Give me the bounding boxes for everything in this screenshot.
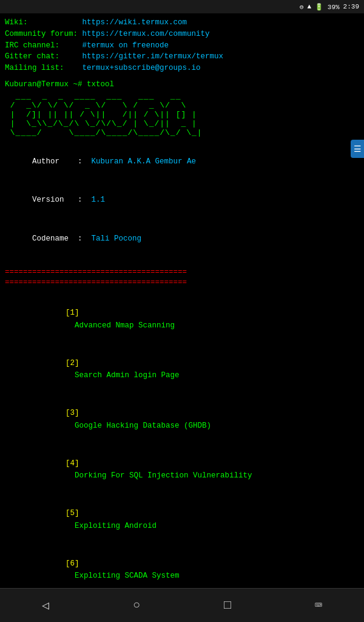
menu-item-3: [3] Google Hacking Database (GHDB) (5, 395, 359, 445)
author-line: Author : Kuburan A.K.A Gembur Ae (5, 142, 359, 181)
initial-prompt: Kuburan@Termux ~# txtool (5, 80, 359, 89)
info-gitter: Gitter chat: https://gitter.im/termux/te… (5, 51, 359, 63)
back-button[interactable]: ◁ (42, 598, 49, 613)
main-menu: [1] Advanced Nmap Scanning [2] Search Ad… (5, 295, 359, 588)
version-line: Version : 1.1 (5, 181, 359, 220)
logo-line-5: \____/ \____/\____/\____/\_/ \_| (5, 129, 359, 138)
menu-item-2: [2] Search Admin login Page (5, 344, 359, 395)
home-button[interactable]: ○ (133, 598, 140, 612)
menu-item-6: [6] Exploiting SCADA System (5, 545, 359, 588)
divider-bottom: ======================================== (5, 278, 359, 287)
battery-icon: 🔋 39% (315, 3, 339, 11)
info-forum: Community forum: https://termux.com/comm… (5, 29, 359, 40)
logo-line-4: | \_\\_/\_/\ \_/\/\_/ | \_/|| _ | (5, 120, 359, 129)
recents-button[interactable]: □ (224, 598, 231, 612)
signal-icon: ▲ (308, 3, 312, 10)
logo-line-1: ___ _ _ ____ ___ ___ __ (5, 92, 359, 101)
time-display: 2:39 (343, 3, 359, 10)
terminal: Wiki: https://wiki.termux.com Community … (0, 13, 364, 588)
menu-item-4: [4] Dorking For SQL Injection Vulnerabil… (5, 445, 359, 495)
side-button[interactable]: ☰ (351, 140, 364, 158)
menu-item-1: [1] Advanced Nmap Scanning (5, 295, 359, 345)
info-wiki: Wiki: https://wiki.termux.com (5, 17, 359, 29)
logo-line-3: | /]| || || / \|| /|| / \|| [] | (5, 111, 359, 120)
codename-line: Codename : Tali Pocong (5, 220, 359, 259)
stop-icon: ⊖ (300, 3, 304, 11)
menu-item-5: [5] Exploiting Android (5, 495, 359, 545)
logo-line-2: / _\/ \/ \/ _ \/ \ / _ \/ \ (5, 101, 359, 111)
status-bar: ⊖ ▲ 🔋 39% 2:39 (0, 0, 364, 13)
nav-bar: ◁ ○ □ ⌨ (0, 588, 364, 622)
ascii-logo: ___ _ _ ____ ___ ___ __ / _\/ \/ \/ _ \/… (5, 92, 359, 138)
author-section: Author : Kuburan A.K.A Gembur Ae Version… (5, 142, 359, 258)
menu-icon: ☰ (354, 144, 362, 154)
info-mail: Mailing list: termux+subscribe@groups.io (5, 63, 359, 74)
divider-top: ======================================== (5, 268, 359, 276)
info-irc: IRC channel: #termux on freenode (5, 40, 359, 52)
keyboard-button[interactable]: ⌨ (315, 598, 322, 613)
